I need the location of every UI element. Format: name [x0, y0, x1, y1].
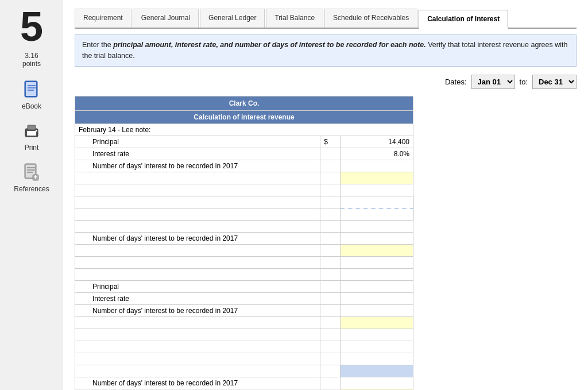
- table-row: Number of days' interest to be recorded …: [75, 232, 413, 244]
- table-row: [75, 220, 413, 232]
- tab-trial-balance[interactable]: Trial Balance: [266, 9, 323, 28]
- blue-input-cell[interactable]: [340, 365, 413, 377]
- table-row: [75, 365, 413, 377]
- table-row: [75, 353, 413, 365]
- dates-row: Dates: Jan 01 Feb 01 Mar 01 to: Dec 31 N…: [75, 75, 577, 89]
- blank-field-1[interactable]: [347, 186, 409, 194]
- section1-header-row: February 14 - Lee note:: [75, 123, 413, 136]
- days-field-3[interactable]: [347, 307, 409, 315]
- principal-dollar: $: [320, 136, 341, 148]
- blue-input-field[interactable]: [347, 367, 409, 375]
- date-from-select[interactable]: Jan 01 Feb 01 Mar 01: [471, 75, 515, 89]
- blank-field-2[interactable]: [347, 222, 409, 230]
- days-label-1: Number of days' interest to be recorded …: [75, 160, 320, 172]
- days-input-2[interactable]: [340, 232, 413, 244]
- references-label: References: [14, 185, 49, 193]
- table-row: Number of days' interest to be recorded …: [75, 304, 413, 316]
- table-row: [75, 244, 413, 256]
- points-display: 3.16 points: [22, 52, 41, 68]
- principal-field-3[interactable]: [347, 283, 409, 291]
- interest-rate-dollar: [320, 148, 341, 160]
- problem-number: 5: [20, 6, 43, 47]
- content-area: Requirement General Journal General Ledg…: [63, 0, 588, 390]
- table-row: [75, 196, 413, 208]
- ebook-icon: [21, 79, 42, 100]
- principal-label-3: Principal: [75, 280, 320, 292]
- yellow-cell-1[interactable]: [340, 172, 413, 184]
- table-row: [75, 316, 413, 329]
- svg-rect-1: [26, 82, 36, 96]
- interest-rate-field-3[interactable]: [347, 295, 409, 303]
- tab-bar: Requirement General Journal General Ledg…: [75, 9, 577, 29]
- info-text-before: Enter the: [82, 41, 113, 49]
- calculation-table: Clark Co. Calculation of interest revenu…: [75, 96, 413, 391]
- date-to-select[interactable]: Dec 31 Nov 30 Oct 31: [532, 75, 577, 89]
- table-row: [75, 172, 413, 184]
- days-input-1[interactable]: [340, 160, 413, 172]
- table-row: [75, 184, 413, 196]
- instruction-box: Enter the principal amount, interest rat…: [75, 34, 577, 67]
- table-row: Number of days' interest to be recorded …: [75, 377, 413, 389]
- tab-calculation-interest[interactable]: Calculation of Interest: [419, 10, 508, 29]
- table-subtitle: Calculation of interest revenue: [75, 110, 413, 123]
- table-title-row: Clark Co.: [75, 96, 413, 110]
- blank-field-4[interactable]: [347, 271, 409, 279]
- dotted-field-1[interactable]: [347, 198, 409, 206]
- print-icon: [21, 121, 42, 141]
- svg-rect-7: [28, 125, 36, 130]
- yellow-field-2[interactable]: [347, 246, 409, 254]
- tab-schedule-receivables[interactable]: Schedule of Receivables: [324, 9, 417, 28]
- sidebar: 5 3.16 points eBook Print References: [0, 0, 63, 390]
- ebook-button[interactable]: eBook: [21, 79, 42, 110]
- interest-rate-value: 8.0%: [340, 148, 413, 160]
- table-row: Principal: [75, 280, 413, 292]
- days-field-4[interactable]: [347, 379, 409, 387]
- references-icon: [21, 162, 42, 183]
- days-label-4: Number of days' interest to be recorded …: [75, 377, 320, 389]
- blank-field-5[interactable]: [347, 331, 409, 339]
- table-subtitle-row: Calculation of interest revenue: [75, 110, 413, 123]
- table-row: [75, 256, 413, 268]
- days-label-2: Number of days' interest to be recorded …: [75, 232, 320, 244]
- days-field-2[interactable]: [347, 234, 409, 242]
- blank-field-7[interactable]: [347, 355, 409, 363]
- dates-label: Dates:: [445, 78, 467, 86]
- print-button[interactable]: Print: [21, 121, 42, 152]
- principal-value: 14,400: [340, 136, 413, 148]
- table-title: Clark Co.: [75, 96, 413, 110]
- tab-general-journal[interactable]: General Journal: [133, 9, 199, 28]
- svg-rect-6: [27, 131, 36, 136]
- table-row: [75, 329, 413, 341]
- yellow-field-3[interactable]: [347, 319, 409, 327]
- dotted-field-2[interactable]: [347, 210, 409, 218]
- table-row: [75, 268, 413, 280]
- yellow-cell-2[interactable]: [340, 244, 413, 256]
- references-button[interactable]: References: [14, 162, 49, 193]
- table-row: Principal $ 14,400: [75, 136, 413, 148]
- blank-field-3[interactable]: [347, 258, 409, 267]
- yellow-field-1[interactable]: [347, 174, 409, 182]
- table-row: [75, 341, 413, 353]
- days-label-3: Number of days' interest to be recorded …: [75, 304, 320, 316]
- ebook-label: eBook: [22, 102, 41, 110]
- principal-label: Principal: [75, 136, 320, 148]
- tab-general-ledger[interactable]: General Ledger: [200, 9, 265, 28]
- table-row: Number of days' interest to be recorded …: [75, 160, 413, 172]
- section1-label: February 14 - Lee note:: [75, 123, 413, 136]
- table-row: Interest rate 8.0%: [75, 148, 413, 160]
- blank-field-6[interactable]: [347, 343, 409, 351]
- info-bold-text: principal amount, interest rate, and num…: [113, 41, 426, 49]
- table-row: [75, 208, 413, 220]
- dates-to-label: to:: [520, 78, 528, 86]
- print-label: Print: [25, 144, 39, 152]
- svg-rect-8: [36, 130, 37, 132]
- yellow-cell-3[interactable]: [340, 316, 413, 329]
- interest-rate-label-3: Interest rate: [75, 292, 320, 304]
- interest-rate-label: Interest rate: [75, 148, 320, 160]
- tab-requirement[interactable]: Requirement: [75, 9, 131, 28]
- table-row: Interest rate: [75, 292, 413, 304]
- days-field-1[interactable]: [347, 162, 409, 170]
